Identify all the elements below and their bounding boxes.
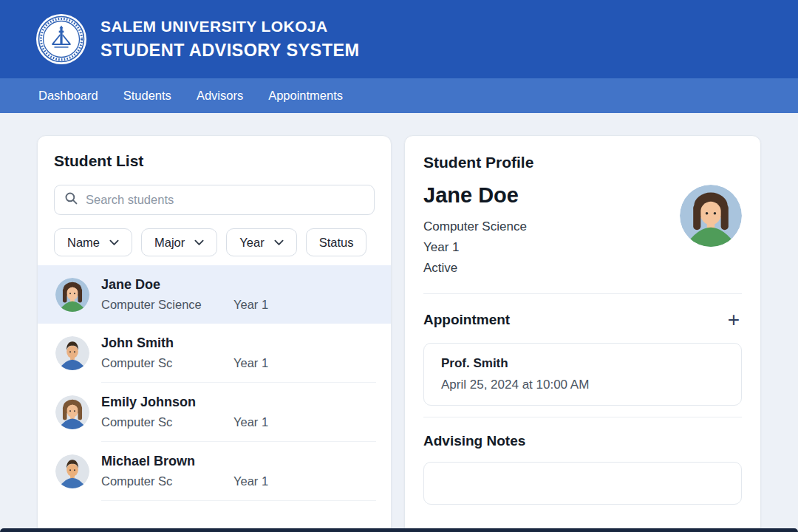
filters-row: NameMajorYearStatus xyxy=(54,228,375,256)
appointment-advisor: Prof. Smith xyxy=(441,356,724,371)
filter-name[interactable]: Name xyxy=(54,228,132,256)
profile-avatar xyxy=(680,185,742,247)
app-header: SALEM UNIVERSITY LOKOJA STUDENT ADVISORY… xyxy=(0,0,798,78)
filter-label: Major xyxy=(154,236,185,250)
appointment-datetime: April 25, 2024 at 10:00 AM xyxy=(441,378,724,392)
app-window: SALEM UNIVERSITY LOKOJA STUDENT ADVISORY… xyxy=(0,0,798,532)
student-name: Jane Doe xyxy=(101,277,376,293)
filter-label: Name xyxy=(67,236,100,250)
advising-notes-input[interactable] xyxy=(423,462,742,505)
profile-divider xyxy=(423,293,742,294)
student-row-emily-johnson[interactable]: Emily JohnsonComputer ScYear 1 xyxy=(38,383,391,441)
chevron-down-icon xyxy=(109,239,119,246)
student-year: Year 1 xyxy=(233,298,268,312)
student-year: Year 1 xyxy=(233,356,268,370)
student-row-michael-brown[interactable]: Michael BrownComputer ScYear 1 xyxy=(38,442,391,500)
filter-year[interactable]: Year xyxy=(226,228,296,256)
search-icon xyxy=(64,191,78,208)
student-major: Computer Science xyxy=(101,298,233,312)
student-year: Year 1 xyxy=(233,474,268,488)
profile-status: Active xyxy=(423,258,742,279)
advising-notes-title: Advising Notes xyxy=(423,433,742,449)
nav-item-appointments[interactable]: Appointments xyxy=(268,89,343,103)
student-name: Emily Johnson xyxy=(101,395,376,410)
notes-divider xyxy=(423,417,742,417)
nav-item-students[interactable]: Students xyxy=(123,89,171,103)
student-avatar-icon xyxy=(55,454,89,488)
student-year: Year 1 xyxy=(233,415,268,429)
nav-item-dashboard[interactable]: Dashboard xyxy=(38,89,98,103)
student-list-title: Student List xyxy=(54,152,375,170)
university-name: SALEM UNIVERSITY LOKOJA xyxy=(100,18,359,35)
student-name: Michael Brown xyxy=(101,454,376,469)
filter-status[interactable]: Status xyxy=(306,228,367,256)
main-nav: DashboardStudentsAdvisorsAppointments xyxy=(0,78,798,113)
chevron-down-icon xyxy=(274,239,284,246)
search-input[interactable] xyxy=(86,193,364,207)
student-list: Jane DoeComputer ScienceYear 1John Smith… xyxy=(38,265,391,501)
filter-major[interactable]: Major xyxy=(141,228,217,256)
student-major: Computer Sc xyxy=(101,474,233,488)
search-box[interactable] xyxy=(54,185,375,215)
student-avatar-icon xyxy=(55,278,89,312)
student-avatar-icon xyxy=(55,395,89,429)
header-titles: SALEM UNIVERSITY LOKOJA STUDENT ADVISORY… xyxy=(100,18,359,61)
student-major: Computer Sc xyxy=(101,356,233,370)
student-profile-panel: Student Profile Jane Doe Computer Scienc… xyxy=(404,135,761,532)
app-title: STUDENT ADVISORY SYSTEM xyxy=(100,41,359,61)
student-row-john-smith[interactable]: John SmithComputer ScYear 1 xyxy=(38,324,391,382)
nav-item-advisors[interactable]: Advisors xyxy=(197,89,243,103)
appointment-section-title: Appointment xyxy=(423,312,510,328)
filter-label: Year xyxy=(239,236,264,250)
appointment-section-header: Appointment + xyxy=(423,310,742,330)
filter-label: Status xyxy=(319,236,354,250)
student-avatar-icon xyxy=(55,336,89,370)
student-list-panel: Student List NameMajorYearStatus Jane Do… xyxy=(37,135,392,532)
student-major: Computer Sc xyxy=(101,415,233,429)
student-name: John Smith xyxy=(101,335,376,351)
bottom-frame-bar xyxy=(0,528,798,532)
row-divider xyxy=(101,500,376,501)
chevron-down-icon xyxy=(194,239,204,246)
appointment-card[interactable]: Prof. Smith April 25, 2024 at 10:00 AM xyxy=(423,343,742,406)
university-seal-icon xyxy=(35,13,87,65)
student-profile-title: Student Profile xyxy=(423,154,742,171)
student-row-jane-doe[interactable]: Jane DoeComputer ScienceYear 1 xyxy=(38,265,391,324)
add-appointment-button[interactable]: + xyxy=(726,310,742,330)
